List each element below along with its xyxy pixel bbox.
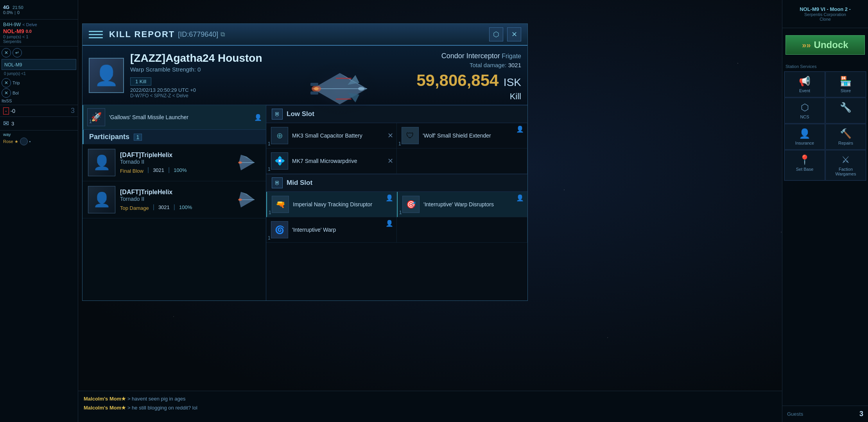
- damage-2: 3021: [158, 204, 170, 210]
- top-bar-stat1: 0.0%: [3, 10, 13, 15]
- participant-1-avatar: 👤: [88, 149, 115, 176]
- station-services-label: Station Services: [784, 63, 866, 70]
- trip-label: Trip: [13, 80, 20, 85]
- fitting-item-warp-disruptors: 1 🎯 'Interruptive' Warp Disruptors 👤: [397, 192, 527, 217]
- right-location-sub2: Clone: [787, 17, 863, 21]
- copy-icon[interactable]: ⧉: [221, 31, 225, 38]
- undock-section: »» Undock: [782, 28, 868, 62]
- int-warp-person-icon: 👤: [386, 220, 393, 227]
- top-item: 🚀 1 'Gallows' Small Missile Launcher 👤: [82, 105, 266, 130]
- mk3-icon: ⊕: [271, 127, 288, 144]
- chat-bar: Malcolm's Mom★ > havent seen pig in ages…: [78, 391, 782, 422]
- undock-button[interactable]: »» Undock: [786, 35, 865, 55]
- insurance-icon: 👤: [787, 128, 822, 139]
- pipe-1b: |: [168, 166, 170, 173]
- participant-2-avatar: 👤: [88, 186, 115, 213]
- low-slot-grid: 1 ⊕ MK3 Small Capacitor Battery ✕ 1 🛡 'W…: [266, 123, 527, 174]
- service-insurance[interactable]: 👤 Insurance: [784, 124, 825, 150]
- nol-nav-label: NOL-M9: [4, 62, 22, 68]
- panel-actions: ⬡ ✕: [489, 27, 521, 41]
- counter-section: - -0 3: [0, 105, 78, 117]
- blow-type-2: Top Damage: [120, 205, 149, 211]
- fitting-item-empty-1: [397, 148, 527, 174]
- disruptor-num: 1: [269, 210, 271, 215]
- mail-count: 3: [11, 121, 14, 127]
- chat-message-1: Malcolm's Mom★ > havent seen pig in ages: [84, 394, 777, 403]
- chat-name-1: Malcolm's Mom★: [84, 396, 126, 402]
- service-tools[interactable]: 🔧: [825, 98, 866, 123]
- service-store[interactable]: 🏪 Store: [825, 72, 866, 97]
- ncs-icon: ⬡: [787, 102, 822, 113]
- rose-star: Rose ★: [3, 139, 18, 144]
- back-nav-icon[interactable]: ↵: [13, 48, 22, 57]
- mk7-destroy-icon: ✕: [387, 157, 393, 165]
- close-icon-2[interactable]: ✕: [2, 78, 11, 88]
- mk7-name: MK7 Small Microwarpdrive: [292, 157, 357, 165]
- ship-svg: [289, 54, 391, 124]
- guests-count: 3: [859, 410, 863, 418]
- service-repairs[interactable]: 🔨 Repairs: [825, 124, 866, 150]
- set-base-label: Set Base: [787, 167, 822, 172]
- isk-value: 59,806,854: [416, 71, 499, 89]
- isk-label: ISK: [504, 76, 521, 88]
- mk7-num: 1: [268, 166, 271, 172]
- top-item-name: 'Gallows' Small Missile Launcher: [109, 114, 188, 120]
- close-icon-3[interactable]: ✕: [2, 88, 11, 98]
- chat-message-2: Malcolm's Mom★ > he still blogging on re…: [84, 403, 777, 412]
- mk3-num: 1: [268, 141, 271, 147]
- chat-text-1: > havent seen pig in ages: [127, 396, 186, 402]
- participants-section: 🚀 1 'Gallows' Small Missile Launcher 👤 P…: [82, 105, 266, 300]
- close-nav-icon[interactable]: ✕: [2, 48, 11, 57]
- participant-1-ship: Tornado II: [120, 159, 228, 165]
- fitting-item-mk3: 1 ⊕ MK3 Small Capacitor Battery ✕: [266, 123, 397, 148]
- svg-rect-12: [336, 78, 352, 79]
- tornado-svg-1: [233, 149, 260, 176]
- menu-icon[interactable]: [89, 27, 103, 41]
- close-button[interactable]: ✕: [507, 27, 521, 41]
- mk3-destroy-icon: ✕: [387, 131, 393, 140]
- nol-nav-item[interactable]: NOL-M9: [2, 59, 76, 70]
- counter-value: -0: [11, 108, 15, 114]
- warp-dis-icon: 🎯: [402, 196, 420, 213]
- rose-dot: •: [29, 139, 31, 144]
- nol-ship: Serpentis: [3, 39, 75, 44]
- service-ncs[interactable]: ⬡ NCS: [784, 98, 825, 123]
- wolf-person-icon: 👤: [516, 125, 524, 133]
- svg-point-17: [238, 161, 242, 164]
- chat-name-2: Malcolm's Mom★: [84, 405, 126, 411]
- bol-item: ✕ Bol: [2, 88, 76, 98]
- repairs-icon: 🔨: [828, 128, 863, 139]
- repairs-label: Repairs: [828, 141, 863, 145]
- mail-section[interactable]: ✉ 3: [0, 117, 78, 131]
- chat-name-2: Rose ★ •: [3, 138, 75, 145]
- pct-2: 100%: [179, 204, 192, 210]
- nol-damage: 0.0: [26, 29, 32, 34]
- participant-2-blow: Top Damage | 3021 | 100%: [120, 204, 228, 211]
- service-event[interactable]: 📢 Event: [784, 72, 825, 97]
- mid-slot-icon: ⛨: [272, 177, 283, 188]
- participants-header: Participants 1: [82, 130, 266, 144]
- svg-point-11: [358, 87, 364, 91]
- top-bar-stat2: 0: [17, 10, 20, 15]
- guests-label: Guests: [787, 411, 803, 417]
- nol-jumps: 0 jump(s) < 1: [3, 34, 75, 39]
- services-grid: Station Services 📢 Event 🏪 Store ⬡ NCS 🔧: [782, 62, 868, 182]
- kill-report-panel: KILL REPORT [ID:6779640] ⧉ ⬡ ✕ 👤 [ZAZZ]A…: [82, 23, 528, 301]
- service-set-base[interactable]: 📍 Set Base: [784, 150, 825, 181]
- region-label: < Delve: [22, 22, 37, 27]
- mk3-name: MK3 Small Capacitor Battery: [292, 132, 362, 139]
- panel-title-id: [ID:6779640]: [178, 30, 218, 39]
- service-faction[interactable]: ⚔ Faction Wargames: [825, 150, 866, 181]
- participant-2-ship-img: [233, 186, 260, 213]
- panel-body: 🚀 1 'Gallows' Small Missile Launcher 👤 P…: [82, 105, 527, 300]
- minus-icon[interactable]: -: [3, 107, 9, 114]
- shield-icon: 🛡: [406, 131, 414, 140]
- kill-stats: Condor Interceptor Frigate Total damage:…: [416, 52, 521, 102]
- participant-row-1: 👤 [DAFT]TripleHelix Tornado II Final Blo…: [82, 144, 266, 181]
- nav-section: ✕ ↵ NOL-M9 0 jump(s) <1 ✕ Trip ✕ Bol Its…: [0, 46, 78, 105]
- export-button[interactable]: ⬡: [489, 27, 503, 41]
- disruptor-person-icon: 👤: [386, 194, 393, 202]
- top-left-bar: 4G 21:50 0.0% | 0: [0, 0, 78, 20]
- int-warp-name: 'Interruptive' Warp: [292, 226, 336, 233]
- ship-type-label: Condor Interceptor: [441, 52, 500, 60]
